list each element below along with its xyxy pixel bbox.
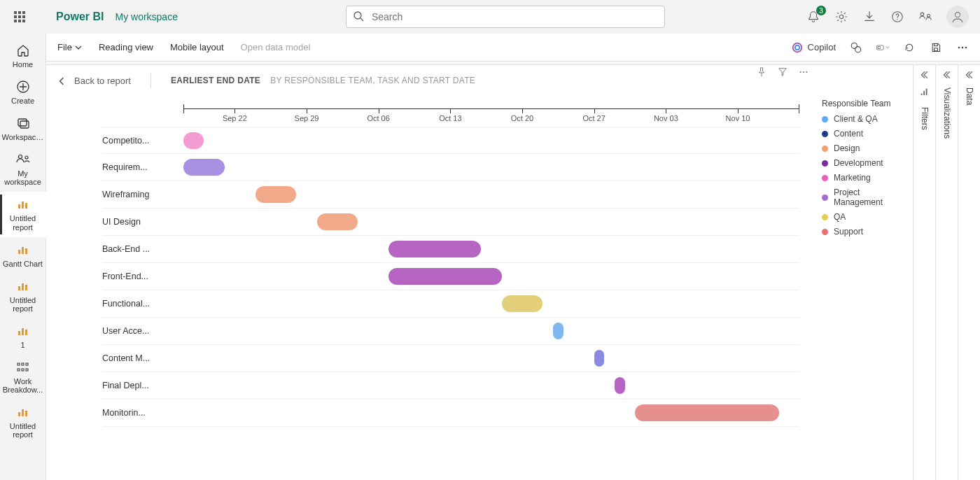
workspace-crumb[interactable]: My workspace	[115, 11, 177, 22]
svg-rect-25	[18, 363, 20, 365]
download-icon[interactable]	[862, 10, 876, 24]
brand-title[interactable]: Power BI	[56, 10, 104, 23]
legend-label: Support	[834, 227, 863, 237]
file-menu[interactable]: File	[57, 42, 82, 52]
report-icon	[15, 196, 31, 213]
legend-label: Development	[834, 158, 883, 168]
nav-workspaces[interactable]: Workspaces	[0, 111, 46, 147]
search-input[interactable]	[346, 6, 665, 28]
gantt-bar[interactable]	[183, 159, 225, 176]
gantt-bar[interactable]	[594, 350, 605, 367]
gantt-row: Content M...	[102, 345, 799, 372]
open-data-model-button: Open data model	[241, 42, 311, 52]
nav-report-item[interactable]: Gantt Chart	[0, 237, 46, 274]
gantt-bar[interactable]	[635, 404, 778, 421]
gantt-bar[interactable]	[553, 323, 564, 339]
refresh-icon[interactable]	[903, 41, 916, 54]
reading-view-button[interactable]: Reading view	[99, 42, 153, 52]
gantt-bar[interactable]	[615, 377, 625, 394]
task-label: Monitorin...	[102, 400, 172, 426]
nav-report-item[interactable]: Untitled report	[0, 192, 46, 237]
svg-rect-41	[934, 48, 938, 50]
gantt-row: Functional...	[102, 290, 799, 318]
more-icon[interactable]	[956, 41, 969, 54]
nav-create[interactable]: Create	[0, 74, 46, 111]
svg-rect-10	[20, 121, 29, 128]
visualizations-pane[interactable]: Visualizations	[935, 65, 958, 480]
nav-report-item[interactable]: Work Breakdow...	[0, 355, 46, 400]
explore-icon[interactable]	[850, 41, 862, 54]
expand-left-icon[interactable]	[965, 69, 974, 79]
legend-item[interactable]: Marketing	[822, 173, 909, 183]
notifications-icon[interactable]: 3	[806, 10, 820, 24]
legend-dot	[822, 146, 828, 152]
nav-report-item[interactable]: 1	[0, 318, 46, 355]
svg-rect-21	[25, 285, 27, 290]
back-to-report-link[interactable]: Back to report	[74, 76, 131, 86]
filters-pane[interactable]: Filters	[913, 65, 935, 480]
gantt-bar[interactable]	[388, 241, 481, 257]
app-launcher-icon[interactable]	[6, 3, 34, 31]
gantt-track	[183, 263, 799, 290]
back-chevron-icon[interactable]	[57, 76, 67, 85]
svg-rect-30	[26, 369, 28, 371]
settings-icon[interactable]	[834, 10, 848, 24]
help-icon[interactable]	[890, 10, 904, 24]
task-label: UI Design	[102, 209, 172, 235]
gantt-bar[interactable]	[183, 132, 204, 149]
pin-icon[interactable]	[756, 66, 767, 78]
nav-my-workspace[interactable]: My workspace	[0, 147, 46, 192]
view-dropdown[interactable]	[876, 41, 889, 54]
nav-report-label: 1	[20, 341, 24, 349]
chevron-down-icon	[75, 44, 82, 51]
svg-rect-22	[18, 331, 20, 335]
svg-rect-16	[18, 250, 20, 254]
task-label: Front-End...	[102, 263, 172, 290]
visual-more-icon[interactable]	[798, 66, 809, 78]
gantt-bar[interactable]	[255, 186, 297, 203]
copilot-button[interactable]: Copilot	[791, 41, 836, 54]
filter-icon[interactable]	[777, 66, 788, 78]
svg-rect-26	[22, 363, 24, 365]
notifications-badge: 3	[816, 6, 826, 15]
visual-subtitle: BY RESPONSIBLE TEAM, TASK AND START DATE	[270, 76, 475, 85]
axis-tick-label: Sep 22	[223, 114, 247, 122]
report-canvas: Back to report EARLIEST END DATE BY RESP…	[46, 65, 815, 480]
avatar[interactable]	[946, 6, 969, 28]
data-pane[interactable]: Data	[958, 65, 980, 480]
home-icon	[15, 42, 31, 59]
feedback-icon[interactable]	[918, 10, 932, 24]
mobile-layout-button[interactable]: Mobile layout	[170, 42, 224, 52]
svg-point-7	[955, 13, 960, 17]
legend-label: Design	[834, 143, 860, 153]
legend-dot	[822, 175, 828, 181]
expand-left-icon[interactable]	[920, 69, 930, 79]
svg-rect-9	[18, 119, 27, 126]
nav-report-label: Work Breakdow...	[2, 377, 44, 394]
svg-rect-49	[920, 94, 922, 96]
nav-report-item[interactable]: Untitled report	[0, 274, 46, 318]
gantt-bar[interactable]	[388, 268, 501, 285]
legend-item[interactable]: Content	[822, 129, 909, 139]
gantt-track	[183, 127, 799, 153]
legend-item[interactable]: Project Management	[822, 188, 909, 207]
gantt-row: UI Design	[102, 209, 799, 236]
gantt-bar[interactable]	[317, 213, 358, 230]
legend-item[interactable]: QA	[822, 212, 909, 222]
legend-item[interactable]: Client & QA	[822, 114, 909, 124]
legend-dot	[822, 160, 828, 167]
gantt-row: Final Depl...	[102, 372, 799, 400]
gantt-bar[interactable]	[502, 295, 543, 312]
legend-item[interactable]: Development	[822, 158, 909, 168]
legend-item[interactable]: Design	[822, 143, 909, 153]
nav-home[interactable]: Home	[0, 38, 46, 74]
workspaces-icon	[15, 115, 31, 132]
nav-report-item[interactable]: Untitled report	[0, 400, 46, 444]
legend-item[interactable]: Support	[822, 227, 909, 237]
expand-left-icon[interactable]	[942, 69, 952, 79]
svg-rect-15	[25, 203, 27, 209]
svg-point-43	[962, 46, 964, 48]
axis-tick-label: Oct 13	[439, 114, 461, 122]
report-icon	[15, 241, 31, 258]
save-icon[interactable]	[930, 41, 942, 54]
